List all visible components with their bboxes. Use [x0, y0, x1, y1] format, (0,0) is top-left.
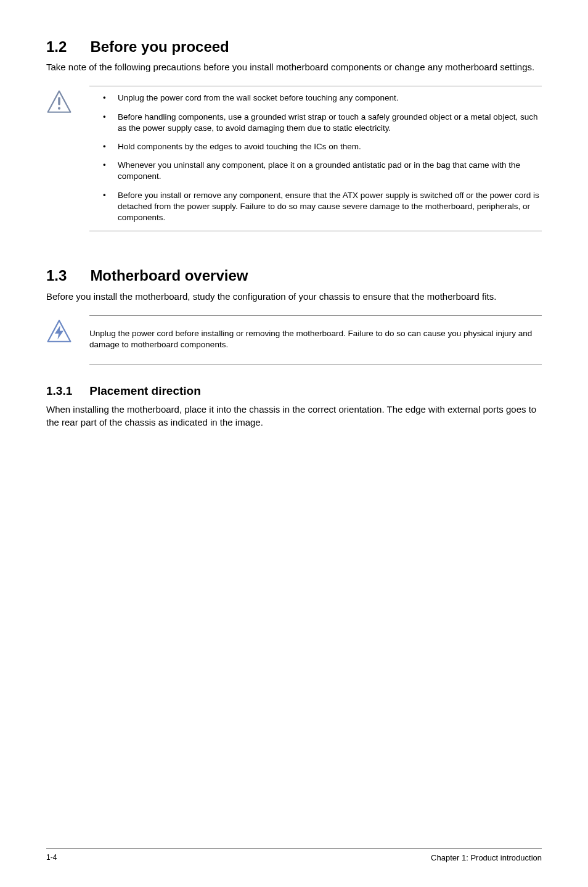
- page-number: 1-4: [46, 852, 57, 864]
- warning-text: Unplug the power cord before installing …: [89, 322, 542, 357]
- warning-body: Unplug the power cord before installing …: [89, 315, 542, 365]
- heading-1-3: 1.3 Motherboard overview: [46, 266, 542, 286]
- heading-1-3-1: 1.3.1 Placement direction: [46, 383, 542, 399]
- caution-list: Unplug the power cord from the wall sock…: [89, 93, 542, 223]
- intro-text-1-3: Before you install the motherboard, stud…: [46, 290, 542, 303]
- caution-item: Unplug the power cord from the wall sock…: [100, 93, 542, 104]
- section-number: 1.3: [46, 266, 67, 286]
- caution-icon: [46, 89, 72, 115]
- subsection-title: Placement direction: [89, 383, 201, 399]
- page-footer: 1-4 Chapter 1: Product introduction: [46, 848, 542, 864]
- heading-1-2: 1.2 Before you proceed: [46, 37, 542, 57]
- section-title: Motherboard overview: [90, 266, 248, 286]
- subsection-number: 1.3.1: [46, 383, 72, 399]
- section-title: Before you proceed: [90, 37, 229, 57]
- caution-item: Before you install or remove any compone…: [100, 190, 542, 224]
- caution-body: Unplug the power cord from the wall sock…: [89, 86, 542, 231]
- warning-callout: Unplug the power cord before installing …: [46, 315, 542, 365]
- caution-callout: Unplug the power cord from the wall sock…: [46, 86, 542, 231]
- svg-rect-1: [58, 97, 60, 105]
- svg-point-2: [58, 107, 60, 110]
- section-number: 1.2: [46, 37, 67, 57]
- caution-item: Before handling components, use a ground…: [100, 112, 542, 134]
- caution-item: Hold components by the edges to avoid to…: [100, 141, 542, 152]
- intro-text-1-2: Take note of the following precautions b…: [46, 60, 542, 73]
- warning-icon: [46, 319, 72, 345]
- intro-text-1-3-1: When installing the motherboard, place i…: [46, 403, 542, 429]
- chapter-label: Chapter 1: Product introduction: [431, 852, 542, 864]
- caution-item: Whenever you uninstall any component, pl…: [100, 160, 542, 182]
